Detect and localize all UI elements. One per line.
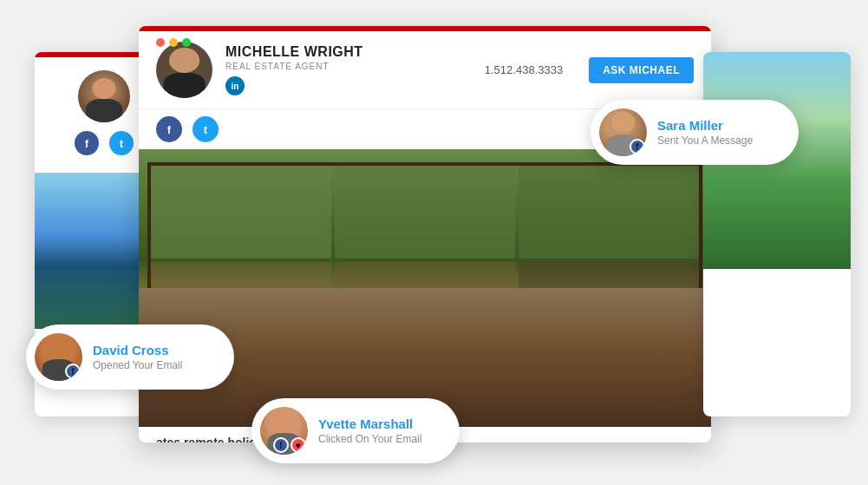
david-avatar: f [35, 333, 82, 381]
yvette-avatar: f ♥ [260, 407, 308, 455]
linkedin-badge[interactable]: in [225, 76, 472, 95]
property-main-image [139, 149, 711, 427]
yvette-info: Yvette Marshall Clicked On Your Email [318, 416, 444, 445]
facebook-like-icon: f [630, 139, 645, 154]
agent-info: MICHELLE WRIGHT REAL ESTATE AGENT in [225, 44, 472, 95]
yvette-heart-icon: ♥ [290, 437, 306, 453]
window-controls [146, 31, 201, 54]
sara-notification: f Sara Miller Sent You A Message [591, 100, 799, 165]
yvette-action: Clicked On Your Email [318, 433, 444, 445]
david-facebook-icon: f [65, 364, 81, 379]
main-facebook-icon[interactable]: f [156, 116, 182, 142]
sara-info: Sara Miller Sent You A Message [657, 118, 783, 147]
david-action: Opened Your Email [93, 359, 219, 371]
twitter-icon[interactable]: t [109, 131, 134, 155]
agent-title: REAL ESTATE AGENT [225, 62, 472, 71]
david-notification: f David Cross Opened Your Email [26, 324, 234, 390]
bg-agent-avatar [78, 70, 130, 122]
agent-header: MICHELLE WRIGHT REAL ESTATE AGENT in 1.5… [139, 31, 711, 109]
agent-phone: 1.512.438.3333 [485, 63, 563, 76]
david-name: David Cross [93, 343, 219, 357]
close-dot[interactable] [156, 38, 165, 47]
sara-like-badges: f [630, 139, 645, 154]
yvette-notification: f ♥ Yvette Marshall Clicked On Your Emai… [251, 398, 460, 463]
facebook-icon[interactable]: f [75, 131, 99, 155]
main-twitter-icon[interactable]: t [193, 116, 219, 142]
sara-action: Sent You A Message [657, 134, 783, 147]
david-info: David Cross Opened Your Email [93, 343, 219, 371]
yvette-name: Yvette Marshall [318, 416, 444, 431]
sara-avatar: f [599, 108, 647, 156]
yvette-like-badges: f ♥ [273, 437, 306, 453]
sara-name: Sara Miller [657, 118, 783, 133]
agent-name: MICHELLE WRIGHT [225, 44, 472, 60]
yvette-facebook-icon: f [273, 437, 289, 453]
linkedin-icon[interactable]: in [225, 76, 245, 95]
david-like-badges: f [65, 364, 81, 379]
ask-michael-button[interactable]: ASK MICHAEL [589, 57, 694, 83]
minimize-dot[interactable] [169, 38, 178, 47]
maximize-dot[interactable] [182, 38, 191, 47]
